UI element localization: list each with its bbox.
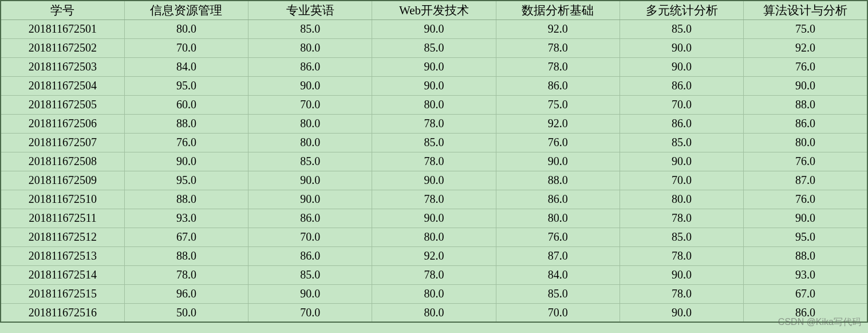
cell-score: 80.0 [744,133,867,152]
cell-score: 80.0 [372,284,496,303]
cell-score: 90.0 [620,265,743,284]
cell-score: 80.0 [372,228,496,246]
cell-score: 78.0 [124,265,248,284]
cell-student-id: 201811672515 [1,284,124,303]
cell-student-id: 201811672509 [1,171,124,190]
col-header-web-dev: Web开发技术 [372,1,496,19]
cell-student-id: 201811672513 [1,246,124,265]
col-header-algorithm-design: 算法设计与分析 [744,1,867,19]
cell-student-id: 201811672506 [1,114,124,133]
cell-score: 90.0 [372,171,496,190]
cell-score: 95.0 [124,171,248,190]
cell-score: 93.0 [744,265,867,284]
cell-student-id: 201811672511 [1,209,124,228]
cell-score: 90.0 [496,152,620,171]
table-row: 20181167250890.085.078.090.090.076.0 [1,152,867,171]
cell-score: 75.0 [744,19,867,38]
col-header-multivariate-stats: 多元统计分析 [620,1,743,19]
cell-score: 86.0 [248,246,372,265]
cell-score: 78.0 [620,246,743,265]
cell-score: 88.0 [124,246,248,265]
cell-score: 67.0 [124,228,248,246]
cell-score: 90.0 [620,303,743,322]
cell-score: 85.0 [496,284,620,303]
cell-student-id: 201811672507 [1,133,124,152]
cell-score: 87.0 [496,246,620,265]
cell-score: 76.0 [744,57,867,76]
cell-score: 88.0 [744,246,867,265]
cell-score: 90.0 [620,38,743,57]
table-row: 20181167251193.086.090.080.078.090.0 [1,209,867,228]
cell-score: 76.0 [496,228,620,246]
col-header-data-analysis: 数据分析基础 [496,1,620,19]
cell-score: 80.0 [124,19,248,38]
cell-score: 78.0 [372,265,496,284]
cell-score: 85.0 [372,133,496,152]
cell-score: 92.0 [496,19,620,38]
cell-score: 76.0 [496,133,620,152]
cell-score: 90.0 [248,190,372,209]
cell-score: 85.0 [248,152,372,171]
table-row: 20181167250560.070.080.075.070.088.0 [1,95,867,114]
cell-score: 84.0 [496,265,620,284]
cell-score: 86.0 [248,57,372,76]
cell-student-id: 201811672502 [1,38,124,57]
cell-score: 88.0 [744,95,867,114]
cell-score: 78.0 [372,190,496,209]
cell-score: 90.0 [248,171,372,190]
cell-score: 95.0 [124,76,248,95]
cell-student-id: 201811672512 [1,228,124,246]
cell-score: 85.0 [372,38,496,57]
cell-student-id: 201811672510 [1,190,124,209]
cell-score: 78.0 [496,38,620,57]
cell-score: 80.0 [372,95,496,114]
cell-score: 86.0 [744,303,867,322]
table-row: 20181167250270.080.085.078.090.092.0 [1,38,867,57]
cell-score: 90.0 [620,152,743,171]
cell-score: 70.0 [248,303,372,322]
cell-student-id: 201811672501 [1,19,124,38]
cell-score: 90.0 [372,19,496,38]
cell-score: 60.0 [124,95,248,114]
grades-table: 学号 信息资源管理 专业英语 Web开发技术 数据分析基础 多元统计分析 算法设… [0,0,868,323]
cell-score: 92.0 [496,114,620,133]
cell-score: 85.0 [248,19,372,38]
cell-score: 88.0 [496,171,620,190]
cell-score: 84.0 [124,57,248,76]
cell-score: 86.0 [248,209,372,228]
cell-student-id: 201811672516 [1,303,124,322]
table-row: 20181167250688.080.078.092.086.086.0 [1,114,867,133]
table-row: 20181167250180.085.090.092.085.075.0 [1,19,867,38]
col-header-info-resource-mgmt: 信息资源管理 [124,1,248,19]
cell-score: 70.0 [620,171,743,190]
cell-score: 80.0 [248,38,372,57]
table-row: 20181167251650.070.080.070.090.086.0 [1,303,867,322]
cell-score: 78.0 [620,284,743,303]
cell-score: 95.0 [744,228,867,246]
cell-student-id: 201811672514 [1,265,124,284]
table-row: 20181167250384.086.090.078.090.076.0 [1,57,867,76]
cell-score: 85.0 [620,19,743,38]
cell-score: 85.0 [620,228,743,246]
cell-score: 70.0 [620,95,743,114]
cell-score: 85.0 [620,133,743,152]
cell-score: 90.0 [248,284,372,303]
cell-score: 87.0 [744,171,867,190]
header-row: 学号 信息资源管理 专业英语 Web开发技术 数据分析基础 多元统计分析 算法设… [1,1,867,19]
cell-score: 78.0 [372,114,496,133]
cell-score: 80.0 [372,303,496,322]
cell-score: 90.0 [124,152,248,171]
cell-score: 50.0 [124,303,248,322]
cell-score: 90.0 [744,76,867,95]
cell-score: 76.0 [124,133,248,152]
cell-student-id: 201811672505 [1,95,124,114]
cell-score: 86.0 [744,114,867,133]
cell-score: 78.0 [372,152,496,171]
cell-score: 80.0 [248,133,372,152]
cell-score: 67.0 [744,284,867,303]
cell-score: 90.0 [620,57,743,76]
cell-score: 93.0 [124,209,248,228]
cell-score: 75.0 [496,95,620,114]
table-row: 20181167250995.090.090.088.070.087.0 [1,171,867,190]
cell-score: 70.0 [124,38,248,57]
